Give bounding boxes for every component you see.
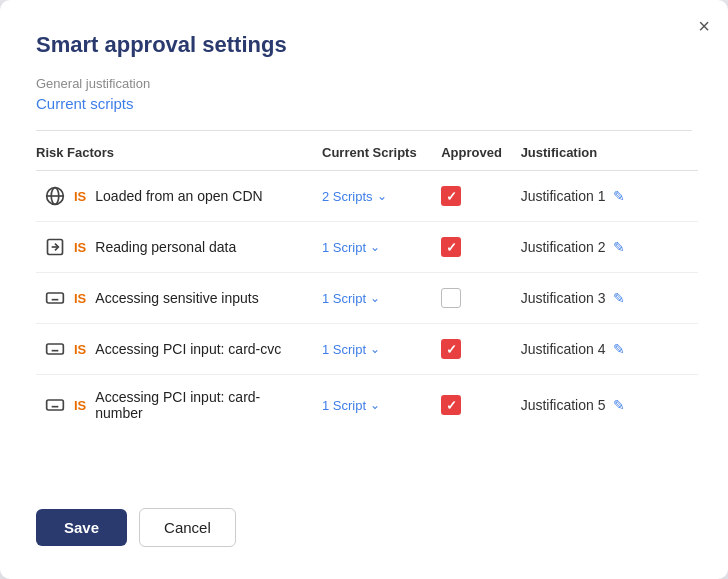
cancel-button[interactable]: Cancel <box>139 508 236 547</box>
risk-cell-1: ISReading personal data <box>36 222 314 273</box>
globe-icon <box>44 185 66 207</box>
justification-text-1: Justification 2 <box>521 239 606 255</box>
keyboard-icon <box>44 338 66 360</box>
risk-text-4: Accessing PCI input: card-number <box>95 389 306 421</box>
risk-prefix-3: IS <box>74 342 86 357</box>
edit-icon-3[interactable]: ✎ <box>613 341 625 357</box>
chevron-down-icon: ⌄ <box>370 240 380 254</box>
risk-text-1: Reading personal data <box>95 239 236 255</box>
svg-rect-11 <box>47 344 64 354</box>
justification-text-2: Justification 3 <box>521 290 606 306</box>
justification-text-0: Justification 1 <box>521 188 606 204</box>
risk-prefix-0: IS <box>74 189 86 204</box>
risk-cell-2: ISAccessing sensitive inputs <box>36 273 314 324</box>
checkbox-checked-4[interactable] <box>441 395 461 415</box>
justification-text-3: Justification 4 <box>521 341 606 357</box>
col-header-current-scripts: Current Scripts <box>314 131 433 171</box>
justification-cell-3: Justification 4✎ <box>513 324 698 375</box>
scripts-cell-3: 1 Script⌄ <box>314 324 433 375</box>
justification-cell-4: Justification 5✎ <box>513 375 698 436</box>
current-scripts-link[interactable]: Current scripts <box>36 95 692 112</box>
approved-cell-1[interactable] <box>433 222 512 273</box>
edit-icon-0[interactable]: ✎ <box>613 188 625 204</box>
risk-text-2: Accessing sensitive inputs <box>95 290 258 306</box>
col-header-justification: Justification <box>513 131 698 171</box>
close-button[interactable]: × <box>698 16 710 36</box>
risk-cell-0: ISLoaded from an open CDN <box>36 171 314 222</box>
justification-cell-2: Justification 3✎ <box>513 273 698 324</box>
general-justification-label: General justification <box>36 76 692 91</box>
approved-cell-4[interactable] <box>433 375 512 436</box>
risk-prefix-2: IS <box>74 291 86 306</box>
chevron-down-icon: ⌄ <box>377 189 387 203</box>
risk-cell-4: ISAccessing PCI input: card-number <box>36 375 314 436</box>
justification-cell-0: Justification 1✎ <box>513 171 698 222</box>
chevron-down-icon: ⌄ <box>370 291 380 305</box>
svg-rect-5 <box>47 293 64 303</box>
modal-footer: Save Cancel <box>36 508 692 547</box>
scripts-cell-2: 1 Script⌄ <box>314 273 433 324</box>
keyboard-icon <box>44 394 66 416</box>
scripts-cell-0: 2 Scripts⌄ <box>314 171 433 222</box>
table-row: ISAccessing sensitive inputs1 Script⌄Jus… <box>36 273 698 324</box>
table-row: ISAccessing PCI input: card-cvc1 Script⌄… <box>36 324 698 375</box>
checkbox-checked-0[interactable] <box>441 186 461 206</box>
risk-prefix-1: IS <box>74 240 86 255</box>
col-header-risk-factors: Risk Factors <box>36 131 314 171</box>
approved-cell-3[interactable] <box>433 324 512 375</box>
checkbox-checked-3[interactable] <box>441 339 461 359</box>
chevron-down-icon: ⌄ <box>370 398 380 412</box>
checkbox-checked-1[interactable] <box>441 237 461 257</box>
risk-prefix-4: IS <box>74 398 86 413</box>
table-row: ISAccessing PCI input: card-number1 Scri… <box>36 375 698 436</box>
scripts-cell-1: 1 Script⌄ <box>314 222 433 273</box>
svg-rect-17 <box>47 400 64 410</box>
smart-approval-modal: × Smart approval settings General justif… <box>0 0 728 579</box>
save-button[interactable]: Save <box>36 509 127 546</box>
col-header-approved: Approved <box>433 131 512 171</box>
risk-cell-3: ISAccessing PCI input: card-cvc <box>36 324 314 375</box>
table-row: ISReading personal data1 Script⌄Justific… <box>36 222 698 273</box>
table-row: ISLoaded from an open CDN2 Scripts⌄Justi… <box>36 171 698 222</box>
risk-factors-table: Risk Factors Current Scripts Approved Ju… <box>36 131 698 435</box>
chevron-down-icon: ⌄ <box>370 342 380 356</box>
modal-title: Smart approval settings <box>36 32 692 58</box>
scripts-link-0[interactable]: 2 Scripts <box>322 189 373 204</box>
edit-icon-4[interactable]: ✎ <box>613 397 625 413</box>
approved-cell-0[interactable] <box>433 171 512 222</box>
scripts-link-4[interactable]: 1 Script <box>322 398 366 413</box>
import-icon <box>44 236 66 258</box>
edit-icon-2[interactable]: ✎ <box>613 290 625 306</box>
scripts-cell-4: 1 Script⌄ <box>314 375 433 436</box>
risk-text-0: Loaded from an open CDN <box>95 188 262 204</box>
justification-text-4: Justification 5 <box>521 397 606 413</box>
scripts-link-2[interactable]: 1 Script <box>322 291 366 306</box>
approved-cell-2[interactable] <box>433 273 512 324</box>
risk-factors-table-container: Risk Factors Current Scripts Approved Ju… <box>36 131 702 480</box>
justification-cell-1: Justification 2✎ <box>513 222 698 273</box>
keyboard-icon <box>44 287 66 309</box>
risk-text-3: Accessing PCI input: card-cvc <box>95 341 281 357</box>
scripts-link-3[interactable]: 1 Script <box>322 342 366 357</box>
scripts-link-1[interactable]: 1 Script <box>322 240 366 255</box>
checkbox-unchecked-2[interactable] <box>441 288 461 308</box>
edit-icon-1[interactable]: ✎ <box>613 239 625 255</box>
